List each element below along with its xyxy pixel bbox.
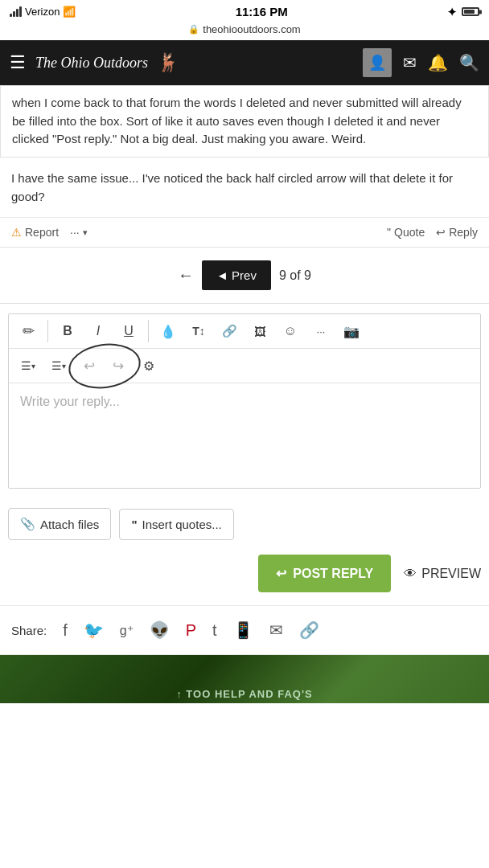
twitter-share-icon[interactable]: 🐦 xyxy=(84,620,104,640)
reply-send-icon: ↩ xyxy=(276,566,286,581)
share-label: Share: xyxy=(11,624,47,637)
post-actions-right: " Quote ↩ Reply xyxy=(387,226,478,239)
redo-button[interactable]: ↪ xyxy=(104,352,133,379)
toolbar-separator-1 xyxy=(47,320,48,342)
more-toolbar-icon: ··· xyxy=(317,326,326,338)
reply-arrow-icon: ↩ xyxy=(436,226,446,239)
wifi-icon: 📶 xyxy=(63,6,76,18)
post-text-block: when I come back to that forum the words… xyxy=(0,85,489,158)
undo-icon: ↩ xyxy=(84,358,95,375)
list-icon: ☰ xyxy=(51,359,62,372)
report-label: Report xyxy=(25,226,59,239)
post-actions-left: ⚠ Report ··· ▾ xyxy=(11,226,88,239)
hamburger-icon[interactable]: ☰ xyxy=(10,52,26,73)
chevron-down-icon: ▾ xyxy=(83,227,88,238)
post-body-text: I have the same issue... I've noticed th… xyxy=(11,169,478,207)
eye-icon: 👁 xyxy=(404,567,417,581)
eraser-icon: ✏ xyxy=(23,322,35,340)
undo-redo-group: ↩ ↪ xyxy=(75,352,133,379)
link-share-icon[interactable]: 🔗 xyxy=(299,620,319,640)
pagination-bar: ← ◄ Prev 9 of 9 xyxy=(0,248,489,304)
quote-button[interactable]: " Quote xyxy=(387,226,425,239)
underline-button[interactable]: U xyxy=(114,317,143,345)
camera-icon: 📷 xyxy=(343,324,360,339)
post-main-content: I have the same issue... I've noticed th… xyxy=(0,158,489,219)
preview-button[interactable]: 👁 PREVIEW xyxy=(404,567,481,581)
list-button[interactable]: ☰ ▾ xyxy=(44,352,73,379)
quote-mark-icon: " xyxy=(131,518,137,531)
undo-button[interactable]: ↩ xyxy=(75,352,104,379)
quote-icon: " xyxy=(387,226,391,239)
tumblr-share-icon[interactable]: t xyxy=(212,621,217,640)
align-left-icon: ☰ xyxy=(21,359,31,372)
camera-button[interactable]: 📷 xyxy=(337,317,366,345)
back-arrow-button[interactable]: ← xyxy=(178,266,194,285)
font-size-icon: T↕ xyxy=(192,325,205,338)
align-chevron-icon: ▾ xyxy=(31,362,35,371)
italic-icon: I xyxy=(97,324,100,338)
underline-icon: U xyxy=(124,324,134,338)
google-plus-share-icon[interactable]: g⁺ xyxy=(120,623,134,638)
email-share-icon[interactable]: ✉ xyxy=(269,620,283,640)
report-icon: ⚠ xyxy=(11,226,22,239)
toolbar-separator-2 xyxy=(148,320,149,342)
reply-action-row: ↩ POST REPLY 👁 PREVIEW xyxy=(0,550,489,605)
reply-button[interactable]: ↩ Reply xyxy=(436,226,478,239)
page-info: 9 of 9 xyxy=(279,268,311,283)
italic-button[interactable]: I xyxy=(84,317,113,345)
reply-label: Reply xyxy=(449,226,478,239)
status-left: Verizon 📶 xyxy=(10,6,76,18)
attach-row: 📎 Attach files " Insert quotes... xyxy=(0,498,489,550)
align-left-button[interactable]: ☰ ▾ xyxy=(14,352,43,379)
link-icon: 🔗 xyxy=(222,324,237,338)
search-icon[interactable]: 🔍 xyxy=(459,53,479,72)
settings-button[interactable]: ⚙ xyxy=(134,352,163,379)
emoji-icon: ☺ xyxy=(284,324,297,338)
settings-icon: ⚙ xyxy=(143,358,154,374)
url-bar[interactable]: 🔒 theohiooutdoors.com xyxy=(0,22,489,40)
share-row: Share: f 🐦 g⁺ 👽 P t 📱 ✉ 🔗 xyxy=(0,605,489,655)
facebook-share-icon[interactable]: f xyxy=(63,621,68,640)
prev-button[interactable]: ◄ Prev xyxy=(202,260,271,290)
pinterest-share-icon[interactable]: P xyxy=(186,621,196,640)
time-display: 11:16 PM xyxy=(236,5,288,18)
post-reply-button[interactable]: ↩ POST REPLY xyxy=(258,555,391,592)
nav-header: ☰ The Ohio Outdoors 🦌 👤 ✉ 🔔 🔍 xyxy=(0,40,489,85)
bold-icon: B xyxy=(63,324,72,338)
battery-icon xyxy=(462,7,479,16)
footer-banner: ↑ TOO HELP AND FAQ'S xyxy=(0,655,489,703)
footer-text[interactable]: ↑ TOO HELP AND FAQ'S xyxy=(176,688,312,700)
nav-right-icons: 👤 ✉ 🔔 🔍 xyxy=(363,48,479,77)
editor-body[interactable]: Write your reply... xyxy=(9,383,480,488)
more-button[interactable]: ··· ▾ xyxy=(70,226,88,239)
quote-label: Quote xyxy=(394,226,425,239)
user-avatar[interactable]: 👤 xyxy=(363,48,392,77)
paperclip-icon: 📎 xyxy=(20,517,35,531)
redo-icon: ↪ xyxy=(113,358,124,375)
bold-button[interactable]: B xyxy=(53,317,82,345)
bell-icon[interactable]: 🔔 xyxy=(428,53,448,72)
editor-toolbar-row2: ☰ ▾ ☰ ▾ ↩ ↪ ⚙ xyxy=(9,349,480,383)
mail-icon[interactable]: ✉ xyxy=(403,53,417,72)
editor-placeholder: Write your reply... xyxy=(20,395,120,408)
reddit-share-icon[interactable]: 👽 xyxy=(150,620,170,640)
whatsapp-share-icon[interactable]: 📱 xyxy=(233,620,253,640)
post-actions-bar: ⚠ Report ··· ▾ " Quote ↩ Reply xyxy=(0,218,489,248)
emoji-button[interactable]: ☺ xyxy=(276,317,305,345)
color-button[interactable]: 💧 xyxy=(154,317,183,345)
report-button[interactable]: ⚠ Report xyxy=(11,226,59,239)
site-logo[interactable]: The Ohio Outdoors 🦌 xyxy=(35,52,178,73)
attach-files-button[interactable]: 📎 Attach files xyxy=(8,508,111,540)
eraser-button[interactable]: ✏ xyxy=(14,317,43,345)
post-reply-label: POST REPLY xyxy=(293,567,373,581)
carrier-label: Verizon xyxy=(25,6,60,18)
status-right: ✦ xyxy=(447,6,479,18)
insert-quotes-button[interactable]: " Insert quotes... xyxy=(119,509,233,540)
image-button[interactable]: 🖼 xyxy=(245,317,274,345)
link-button[interactable]: 🔗 xyxy=(215,317,244,345)
font-size-button[interactable]: T↕ xyxy=(184,317,213,345)
truncated-post-text: when I come back to that forum the words… xyxy=(12,94,477,149)
attach-files-label: Attach files xyxy=(40,518,99,531)
more-toolbar-button[interactable]: ··· xyxy=(306,317,335,345)
image-icon: 🖼 xyxy=(254,325,266,338)
